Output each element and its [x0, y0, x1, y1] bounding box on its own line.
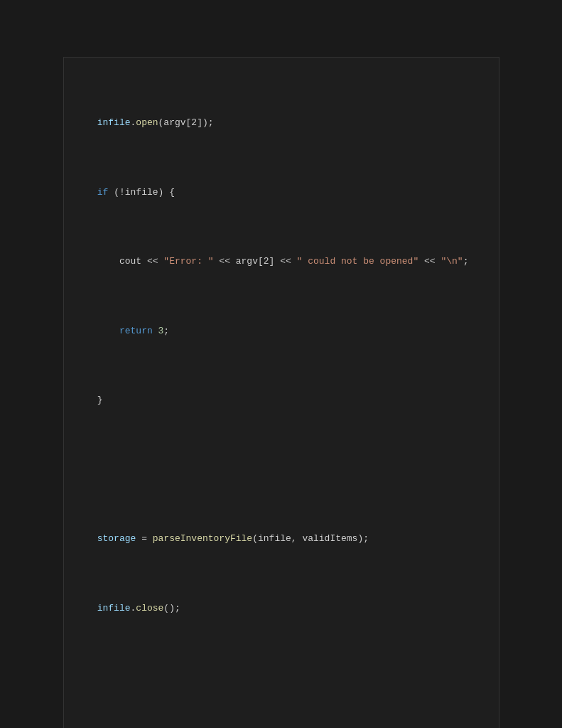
code-line: return 3; [75, 324, 487, 338]
code-line: infile.open(argv[2]); [75, 116, 487, 130]
code-line: infile.close(); [75, 601, 487, 616]
code-line: if (!infile) { [75, 186, 487, 200]
code-line [75, 670, 487, 685]
code-container: infile.open(argv[2]); if (!infile) { cou… [63, 57, 499, 728]
code-line: cout << "Error: " << argv[2] << " could … [75, 255, 487, 269]
code-block: infile.open(argv[2]); if (!infile) { cou… [64, 58, 499, 728]
code-line: storage = parseInventoryFile(infile, val… [75, 532, 487, 546]
code-line [75, 463, 487, 477]
code-line: } [75, 393, 487, 407]
